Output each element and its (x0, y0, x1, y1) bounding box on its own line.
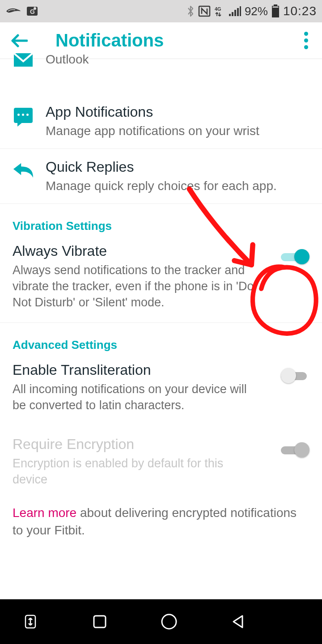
always-vibrate-subtitle: Always send notifications to the tracker… (13, 262, 254, 311)
svg-rect-12 (272, 7, 278, 8)
transliteration-subtitle: All incoming notifications on your devic… (13, 381, 254, 414)
battery-icon (271, 4, 280, 18)
svg-rect-8 (237, 8, 239, 16)
carrier-icon (5, 6, 21, 16)
app-notifications-row[interactable]: App Notifications Manage app notificatio… (0, 81, 322, 148)
bluetooth-icon (186, 5, 195, 17)
nav-expand-button[interactable] (18, 609, 43, 634)
back-button[interactable] (9, 31, 29, 51)
emails-row[interactable]: x Outlook (0, 47, 322, 81)
svg-rect-5 (229, 14, 231, 16)
svg-rect-9 (240, 6, 241, 16)
encryption-subtitle: Encryption is enabled by default for thi… (13, 455, 254, 488)
settings-list: x Outlook App Notifications Manage app n… (0, 47, 322, 557)
svg-rect-7 (234, 10, 236, 16)
4g-icon: 4G (214, 5, 225, 17)
svg-text:G: G (30, 8, 35, 15)
encryption-title: Require Encryption (13, 436, 274, 453)
svg-rect-15 (94, 616, 106, 627)
encryption-toggle (281, 442, 309, 458)
svg-rect-6 (232, 12, 233, 16)
app-notifications-title: App Notifications (46, 103, 309, 121)
clock: 10:23 (283, 4, 317, 18)
learn-more-link[interactable]: Learn more (13, 506, 76, 520)
transliteration-toggle[interactable] (281, 368, 309, 384)
quick-replies-subtitle: Manage quick reply choices for each app. (46, 178, 309, 195)
transliteration-title: Enable Transliteration (13, 362, 274, 378)
always-vibrate-title: Always Vibrate (13, 243, 274, 259)
advanced-section-title: Advanced Settings (0, 323, 322, 359)
encryption-setting: Require Encryption Encryption is enabled… (0, 425, 322, 500)
vibration-section-title: Vibration Settings (0, 204, 322, 240)
system-navbar (0, 599, 322, 644)
learn-more-text: Learn more about delivering encrypted no… (0, 500, 322, 557)
nav-back-button[interactable] (226, 609, 251, 634)
emails-subtitle: Outlook (46, 51, 309, 68)
svg-rect-10 (274, 4, 277, 6)
nav-home-button[interactable] (157, 609, 182, 634)
transliteration-setting[interactable]: Enable Transliteration All incoming noti… (0, 359, 322, 425)
quick-replies-title: Quick Replies (46, 158, 309, 176)
nav-spacer (295, 609, 304, 634)
quick-replies-row[interactable]: Quick Replies Manage quick reply choices… (0, 149, 322, 203)
reply-icon (13, 160, 34, 181)
svg-text:4G: 4G (215, 6, 221, 12)
app-notifications-subtitle: Manage app notifications on your wrist (46, 123, 309, 140)
always-vibrate-setting[interactable]: Always Vibrate Always send notifications… (0, 240, 322, 322)
email-icon (13, 48, 34, 70)
nfc-icon (198, 5, 211, 17)
svg-point-16 (162, 614, 176, 629)
statusbar: G 4G 92% 10:23 (0, 0, 322, 22)
signal-icon (229, 6, 241, 17)
chat-icon (13, 105, 34, 126)
battery-percent: 92% (245, 4, 268, 18)
nav-recents-button[interactable] (87, 609, 112, 634)
maps-icon: G (26, 5, 38, 17)
always-vibrate-toggle[interactable] (281, 249, 309, 265)
